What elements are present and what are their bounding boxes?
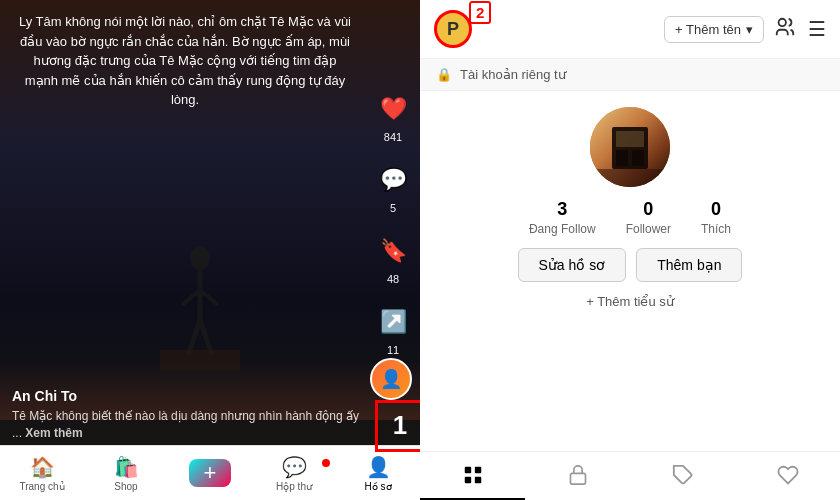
profile-action-buttons: Sửa hồ sơ Thêm bạn [518,248,743,282]
tab-grid[interactable] [420,452,525,500]
shop-icon: 🛍️ [114,455,139,479]
svg-rect-18 [570,473,585,484]
share-button[interactable]: ↗️ 11 [374,303,412,356]
profile-section: 3 Đang Follow 0 Follower 0 Thích Sửa hồ … [420,91,840,325]
tab-locked[interactable] [525,452,630,500]
number-2-badge: 2 [469,1,491,24]
tag-icon [672,464,694,486]
add-name-button[interactable]: + Thêm tên ▾ [664,16,764,43]
silhouette-figure [160,240,240,370]
header-icons: ☰ [774,16,826,43]
profile-icon: 👤 [366,455,391,479]
nav-create[interactable]: + [168,459,252,487]
comment-button[interactable]: 💬 5 [374,161,412,214]
video-caption: Tê Mặc không biết thế nào là dịu dàng nh… [12,408,365,442]
action-icons: ❤️ 841 💬 5 🔖 48 ↗️ 11 [374,90,412,356]
svg-point-7 [779,18,786,25]
bookmark-button[interactable]: 🔖 48 [374,232,412,285]
svg-rect-17 [474,477,480,483]
svg-rect-11 [616,150,628,166]
nav-shop[interactable]: 🛍️ Shop [84,455,168,492]
svg-rect-12 [632,150,644,166]
see-more-button[interactable]: Xem thêm [25,426,82,440]
grid-icon [462,464,484,486]
heart-tab-icon [777,464,799,486]
add-bio-button[interactable]: + Thêm tiểu sử [586,294,674,309]
nav-home[interactable]: 🏠 Trang chủ [0,455,84,492]
menu-icon[interactable]: ☰ [808,17,826,41]
following-stat[interactable]: 3 Đang Follow [529,199,596,236]
video-info: An Chi To Tê Mặc không biết thế nào là d… [12,388,365,442]
profile-header: P 2 + Thêm tên ▾ ☰ [420,0,840,59]
story-text: Ly Tâm không nói một lời nào, chỉ ôm chặ… [0,0,370,122]
tab-tagged[interactable] [630,452,735,500]
inbox-icon: 💬 [282,455,307,479]
comment-icon: 💬 [374,161,412,199]
lock-icon: 🔒 [436,67,452,82]
svg-line-5 [200,320,212,355]
bottom-navigation: 🏠 Trang chủ 🛍️ Shop + 💬 Hộp thư 👤 Hồ sơ … [0,445,420,500]
right-panel: P 2 + Thêm tên ▾ ☰ 🔒 Tài [420,0,840,500]
home-icon: 🏠 [30,455,55,479]
heart-icon: ❤️ [374,90,412,128]
avatar-image [590,107,670,187]
number-1-badge: 1 [375,400,420,452]
avatar-silhouette [590,107,670,187]
profile-tabs [420,451,840,500]
app-logo: P 2 [434,10,472,48]
nav-inbox[interactable]: 💬 Hộp thư [252,455,336,492]
share-icon: ↗️ [374,303,412,341]
friends-icon[interactable] [774,16,796,43]
create-button[interactable]: + [189,459,231,487]
like-button[interactable]: ❤️ 841 [374,90,412,143]
chevron-down-icon: ▾ [746,22,753,37]
creator-username: An Chi To [12,388,365,404]
profile-avatar[interactable] [590,107,670,187]
stats-row: 3 Đang Follow 0 Follower 0 Thích [529,199,731,236]
likes-stat[interactable]: 0 Thích [701,199,731,236]
svg-line-4 [188,320,200,355]
svg-rect-13 [590,169,670,187]
svg-point-0 [190,246,210,270]
add-friend-button[interactable]: Thêm bạn [636,248,742,282]
inbox-notification-dot [322,459,330,467]
followers-stat[interactable]: 0 Follower [626,199,671,236]
svg-rect-14 [464,467,470,473]
edit-profile-button[interactable]: Sửa hồ sơ [518,248,627,282]
lock-icon [568,464,588,486]
svg-line-3 [200,290,218,305]
nav-profile[interactable]: 👤 Hồ sơ 1 [336,455,420,492]
svg-rect-15 [474,467,480,473]
svg-rect-16 [464,477,470,483]
left-panel: Ly Tâm không nói một lời nào, chỉ ôm chặ… [0,0,420,500]
svg-line-2 [182,290,200,305]
video-creator-avatar[interactable]: 👤 [370,358,412,400]
tab-liked[interactable] [735,452,840,500]
bookmark-icon: 🔖 [374,232,412,270]
svg-rect-10 [616,131,644,147]
private-account-banner: 🔒 Tài khoản riêng tư [420,59,840,91]
